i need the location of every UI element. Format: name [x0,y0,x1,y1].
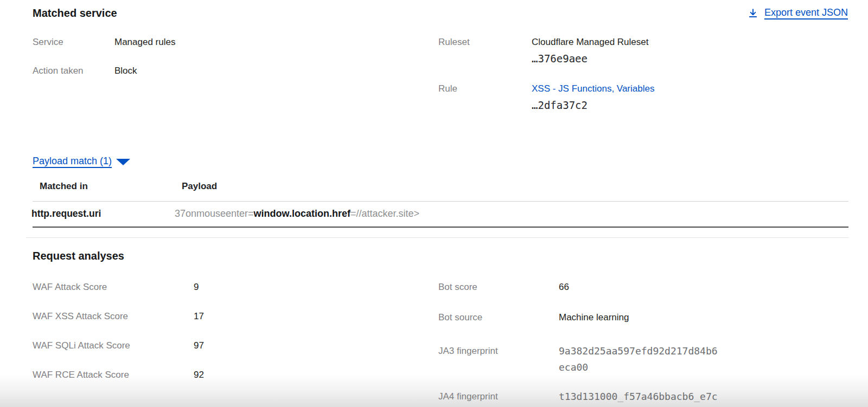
bot-score-label: Bot score [438,282,559,293]
field-row-waf-xss-attack-score: WAF XSS Attack Score 17 [33,311,438,322]
bot-score-value: 66 [559,282,569,293]
column-header-matched-in: Matched in [33,181,175,192]
field-row-waf-sqli-attack-score: WAF SQLi Attack Score 97 [33,340,438,351]
rule-link[interactable]: XSS - JS Functions, Variables [532,83,654,94]
waf-xss-attack-score-value: 17 [194,311,204,322]
payload-match-toggle[interactable]: Payload match (1) [33,156,130,167]
chevron-down-icon [116,159,130,165]
field-row-action-taken: Action taken Block [33,66,438,76]
payload-value: 37onmouseenter=window.location.href=//at… [175,208,848,219]
ruleset-label: Ruleset [438,37,532,48]
payload-prefix: 37onmouseenter= [175,208,254,219]
field-row-rule: Rule XSS - JS Functions, Variables …2dfa… [438,83,848,111]
waf-event-details-panel: Export event JSON Matched service Servic… [0,0,868,407]
field-row-bot-source: Bot source Machine learning [438,312,848,323]
service-value: Managed rules [114,37,175,48]
rule-id: …2dfa37c2 [532,99,654,111]
field-row-ja3-fingerprint: JA3 fingerprint 9a382d25aa597efd92d217d8… [438,343,848,376]
payload-match-table: Matched in Payload http.request.uri 37on… [33,181,848,228]
ja3-fingerprint-label: JA3 fingerprint [438,343,559,359]
ja3-fingerprint-value: 9a382d25aa597efd92d217d84b6eca00 [559,343,719,376]
column-header-payload: Payload [175,181,848,192]
payload-matched-fragment: window.location.href [254,208,350,219]
field-row-service: Service Managed rules [33,37,438,48]
waf-attack-score-label: WAF Attack Score [33,282,194,293]
export-event-json-label: Export event JSON [764,7,848,18]
waf-sqli-attack-score-label: WAF SQLi Attack Score [33,340,194,351]
ja4-fingerprint-value: t13d131000_f57a46bbacb6_e7c285222651 [559,389,719,407]
matched-in-value: http.request.uri [31,208,175,219]
matched-service-section: Service Managed rules Action taken Block… [33,37,848,130]
waf-rce-attack-score-value: 92 [194,370,204,380]
ruleset-name: Cloudflare Managed Ruleset [532,37,648,48]
waf-xss-attack-score-label: WAF XSS Attack Score [33,311,194,322]
action-taken-value: Block [114,66,137,76]
ruleset-id: …376e9aee [532,53,648,64]
action-taken-label: Action taken [33,66,114,76]
waf-attack-score-value: 9 [194,282,199,293]
download-icon [748,8,758,18]
service-label: Service [33,37,114,48]
export-event-json-button[interactable]: Export event JSON [748,7,848,18]
field-row-waf-rce-attack-score: WAF RCE Attack Score 92 [33,370,438,380]
section-divider [26,237,849,238]
bot-source-label: Bot source [438,312,559,323]
request-analyses-title: Request analyses [33,249,848,262]
waf-rce-attack-score-label: WAF RCE Attack Score [33,370,194,380]
field-row-ruleset: Ruleset Cloudflare Managed Ruleset …376e… [438,37,848,64]
request-analyses-section: WAF Attack Score 9 WAF XSS Attack Score … [33,282,848,407]
ja4-fingerprint-label: JA4 fingerprint [438,389,559,405]
payload-table-header: Matched in Payload [33,181,848,202]
rule-label: Rule [438,83,532,94]
field-row-bot-score: Bot score 66 [438,282,848,293]
waf-sqli-attack-score-value: 97 [194,340,204,351]
payload-suffix: =//attacker.site> [350,208,419,219]
field-row-ja4-fingerprint: JA4 fingerprint t13d131000_f57a46bbacb6_… [438,389,848,407]
field-row-waf-attack-score: WAF Attack Score 9 [33,282,438,293]
matched-service-title: Matched service [33,0,848,20]
payload-match-row: http.request.uri 37onmouseenter=window.l… [33,202,848,228]
bot-source-value: Machine learning [559,312,629,323]
payload-match-toggle-label: Payload match (1) [33,156,112,167]
